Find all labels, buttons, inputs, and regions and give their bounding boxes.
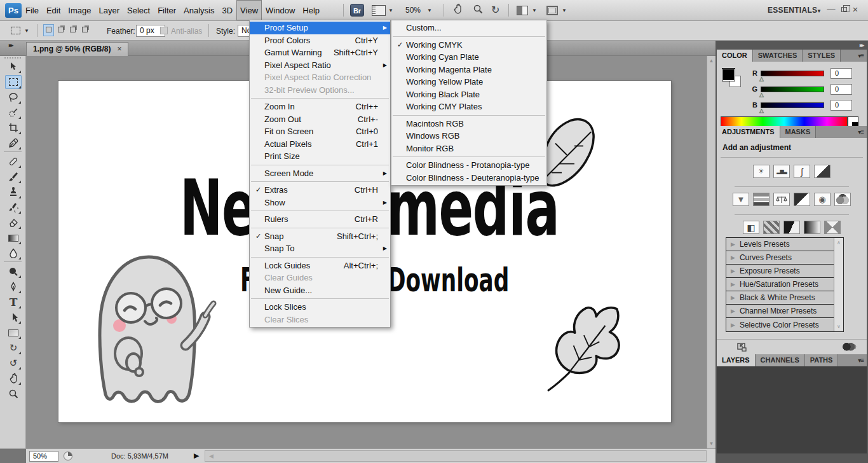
disclosure-triangle-icon[interactable]: ▶	[731, 281, 735, 287]
brightness-contrast-icon[interactable]: ☀	[753, 165, 770, 178]
screen-mode-icon[interactable]	[546, 6, 558, 15]
tab-masks[interactable]: MASKS	[780, 126, 817, 138]
preset-row-exposure-presets[interactable]: ▶Exposure Presets	[726, 265, 834, 278]
menu-item-gamut-warning[interactable]: Gamut WarningShift+Ctrl+Y	[250, 46, 390, 59]
subtract-selection-mode-button[interactable]	[67, 24, 78, 36]
menu-item-new-guide[interactable]: New Guide...	[250, 284, 390, 297]
panel-menu-icon[interactable]: ▾≡	[816, 126, 867, 138]
menu-item-working-black-plate[interactable]: Working Black Plate	[391, 88, 546, 101]
menu-item-actual-pixels[interactable]: Actual PixelsCtrl+1	[250, 138, 390, 151]
menu-image[interactable]: Image	[64, 0, 95, 21]
layers-panel-content[interactable]	[717, 366, 867, 453]
preset-row-curves-presets[interactable]: ▶Curves Presets	[726, 251, 834, 265]
chevron-down-icon[interactable]: ▼	[388, 8, 393, 13]
rectangle-shape-tool[interactable]	[5, 326, 22, 340]
channel-mixer-icon[interactable]	[834, 193, 851, 206]
zoom-tool-icon[interactable]	[473, 3, 484, 18]
disclosure-triangle-icon[interactable]: ▶	[731, 241, 735, 247]
history-brush-tool[interactable]	[5, 200, 22, 214]
chevron-down-icon[interactable]: ▼	[532, 8, 537, 13]
scroll-up-icon[interactable]: ▲	[709, 58, 714, 64]
spot-healing-brush-tool[interactable]	[5, 155, 22, 169]
scroll-up-icon[interactable]: ∧	[837, 240, 841, 245]
blur-tool[interactable]	[5, 246, 22, 260]
channel-slider-b[interactable]: △	[761, 102, 824, 108]
intersect-selection-mode-button[interactable]	[79, 24, 90, 36]
status-zoom-input[interactable]: 50%	[29, 451, 58, 462]
rotate-view-icon[interactable]: ↻	[491, 3, 499, 17]
vibrance-icon[interactable]: ▼	[733, 193, 749, 206]
menu-filter[interactable]: Filter	[154, 0, 180, 21]
status-menu-arrow-icon[interactable]: ▶	[194, 452, 199, 460]
chevron-down-icon[interactable]: ▼	[562, 8, 567, 13]
collapse-toolbar-icon[interactable]: ▸▸	[9, 42, 12, 48]
status-popup-icon[interactable]	[64, 452, 72, 460]
chevron-down-icon[interactable]: ▼	[427, 8, 432, 13]
close-tab-icon[interactable]: ×	[117, 45, 121, 53]
levels-icon[interactable]: ▂▆▃	[773, 165, 790, 178]
hand-tool[interactable]	[5, 371, 22, 385]
add-selection-mode-button[interactable]	[55, 24, 66, 36]
type-tool[interactable]: T	[5, 295, 22, 309]
slider-thumb-icon[interactable]: △	[759, 107, 764, 114]
close-button[interactable]: ×	[850, 4, 860, 15]
menu-item-zoom-in[interactable]: Zoom InCtrl++	[250, 100, 390, 113]
vertical-scrollbar[interactable]: ▲ ▼	[707, 56, 715, 448]
scroll-down-icon[interactable]: ▼	[709, 441, 714, 446]
presets-scrollbar[interactable]: ∧ ∨	[834, 238, 843, 331]
disclosure-triangle-icon[interactable]: ▶	[731, 308, 735, 314]
move-tool[interactable]	[5, 60, 22, 74]
preset-row-hue-saturation-presets[interactable]: ▶Hue/Saturation Presets	[726, 278, 834, 291]
menu-item-print-size[interactable]: Print Size	[250, 150, 390, 163]
menu-item-working-magenta-plate[interactable]: Working Magenta Plate	[391, 64, 546, 76]
expand-panel-icon[interactable]	[737, 343, 747, 354]
pen-tool[interactable]	[5, 280, 22, 294]
menu-item-working-cyan-plate[interactable]: Working Cyan Plate	[391, 51, 546, 64]
gradient-map-icon[interactable]	[804, 221, 820, 234]
menu-item-show[interactable]: Show▶	[250, 197, 390, 209]
workspace-switcher[interactable]: ESSENTIALS	[768, 6, 817, 15]
menu-item-macintosh-rgb[interactable]: Macintosh RGB	[391, 118, 546, 130]
crop-tool[interactable]	[5, 121, 22, 135]
preset-row-black-white-presets[interactable]: ▶Black & White Presets	[726, 291, 834, 305]
3d-rotate-tool[interactable]: ↻	[5, 341, 22, 355]
channel-value-input[interactable]: 0	[831, 68, 852, 79]
invert-icon[interactable]: ◧	[743, 221, 759, 234]
menu-3d[interactable]: 3D	[218, 0, 236, 21]
zoom-tool[interactable]	[5, 387, 22, 401]
posterize-icon[interactable]	[763, 221, 780, 234]
menu-item-custom[interactable]: Custom...	[391, 22, 546, 34]
bridge-button[interactable]: Br	[350, 4, 364, 17]
channel-slider-g[interactable]: △	[761, 86, 824, 92]
restore-button[interactable]	[841, 7, 847, 12]
menu-item-snap-to[interactable]: Snap To▶	[250, 242, 390, 255]
path-selection-tool[interactable]	[5, 310, 22, 324]
disclosure-triangle-icon[interactable]: ▶	[731, 268, 735, 274]
rectangular-marquee-tool[interactable]	[5, 75, 22, 89]
tab-color[interactable]: COLOR	[717, 50, 753, 62]
menu-analysis[interactable]: Analysis	[180, 0, 218, 21]
minimize-button[interactable]: —	[826, 4, 836, 15]
menu-select[interactable]: Select	[123, 0, 154, 21]
menu-item-color-blindness-deuteranopia-type[interactable]: Color Blindness - Deuteranopia-type	[391, 172, 546, 184]
tab-styles[interactable]: STYLES	[803, 50, 841, 62]
preset-row-selective-color-presets[interactable]: ▶Selective Color Presets	[726, 318, 834, 331]
menu-item-proof-colors[interactable]: Proof ColorsCtrl+Y	[250, 34, 390, 47]
threshold-icon[interactable]	[783, 221, 800, 234]
color-balance-icon[interactable]	[773, 193, 790, 206]
channel-value-input[interactable]: 0	[831, 84, 852, 95]
new-selection-mode-button[interactable]	[43, 24, 54, 36]
arrange-documents-icon[interactable]	[517, 6, 528, 15]
menu-item-fit-on-screen[interactable]: Fit on ScreenCtrl+0	[250, 125, 390, 138]
toolbar-grabber[interactable]	[4, 57, 21, 59]
eraser-tool[interactable]	[5, 216, 22, 230]
menu-help[interactable]: Help	[299, 0, 323, 21]
slider-thumb-icon[interactable]: △	[759, 76, 764, 82]
panel-menu-icon[interactable]: ▾≡	[841, 50, 867, 62]
menu-item-color-blindness-protanopia-type[interactable]: Color Blindness - Protanopia-type	[391, 159, 546, 172]
menu-item-rulers[interactable]: RulersCtrl+R	[250, 213, 390, 226]
menu-item-windows-rgb[interactable]: Windows RGB	[391, 130, 546, 142]
scroll-left-icon[interactable]: ◀	[209, 453, 214, 459]
tab-layers[interactable]: LAYERS	[717, 354, 756, 366]
zoom-level-value[interactable]: 50%	[405, 6, 421, 15]
